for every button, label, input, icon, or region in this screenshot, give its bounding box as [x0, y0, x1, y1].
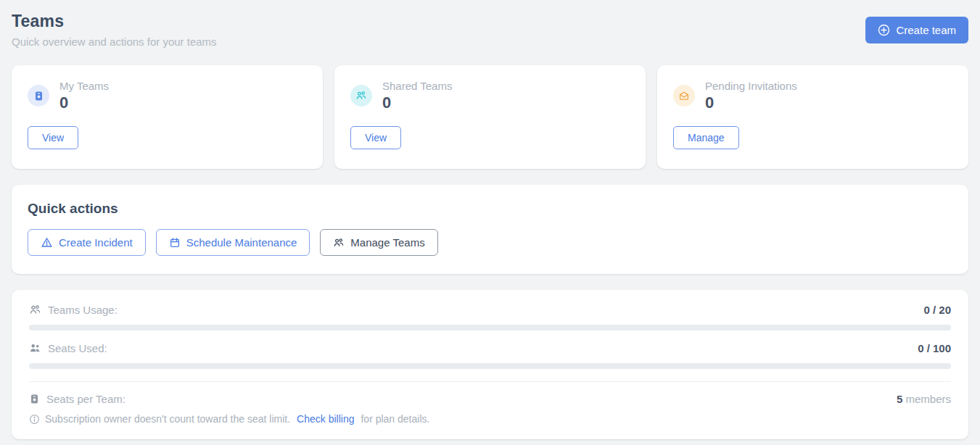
stat-label: Shared Teams [382, 80, 452, 92]
stat-label: Pending Invitations [705, 80, 797, 92]
quick-actions-buttons: Create Incident Schedule Maintenance [28, 229, 952, 256]
usage-divider [29, 381, 951, 382]
badge-gray-icon [29, 394, 40, 404]
stat-cards-row: My Teams 0 View Shared Teams [12, 65, 968, 169]
usage-panel: Teams Usage: 0 / 20 Seats Used: 0 / 100 [12, 290, 968, 439]
stat-value: 0 [382, 94, 452, 112]
seat-limit-note: Subscription owner doesn't count toward … [29, 413, 951, 425]
teams-usage-progressbar [29, 325, 951, 330]
users-icon [333, 237, 345, 249]
seats-per-team-value: 5 [897, 393, 902, 405]
shared-teams-view-button[interactable]: View [350, 126, 401, 149]
calendar-icon [169, 237, 181, 249]
seats-used-label-wrap: Seats Used: [29, 342, 107, 354]
create-incident-label: Create Incident [59, 236, 133, 249]
shared-teams-card-header: Shared Teams 0 [350, 80, 630, 112]
seats-per-team-suffix: members [905, 393, 951, 405]
seats-per-team-value-wrap: 5 members [897, 393, 951, 405]
manage-teams-button[interactable]: Manage Teams [320, 229, 437, 256]
users-icon [350, 85, 372, 107]
pending-invitations-card: Pending Invitations 0 Manage [657, 65, 968, 169]
quick-actions-panel: Quick actions Create Incident [12, 185, 968, 274]
create-team-label: Create team [896, 24, 956, 36]
seats-used-row: Seats Used: 0 / 100 [29, 342, 951, 354]
page-header-text: Teams Quick overview and actions for you… [12, 10, 217, 48]
mail-open-icon [673, 85, 695, 107]
pending-invitations-text: Pending Invitations 0 [705, 80, 797, 112]
badge-icon [28, 85, 49, 107]
my-teams-text: My Teams 0 [59, 80, 109, 112]
page-title: Teams [12, 12, 217, 31]
info-icon [29, 414, 40, 425]
teams-page: Teams Quick overview and actions for you… [0, 0, 980, 439]
create-incident-button[interactable]: Create Incident [28, 229, 146, 256]
shared-teams-text: Shared Teams 0 [382, 80, 452, 112]
page-header: Teams Quick overview and actions for you… [12, 10, 968, 48]
note-text-after: for plan details. [361, 413, 429, 425]
stat-label: My Teams [59, 80, 109, 92]
my-teams-view-button[interactable]: View [28, 126, 78, 149]
warning-icon [41, 236, 53, 249]
pending-invitations-card-header: Pending Invitations 0 [673, 80, 952, 112]
check-billing-link[interactable]: Check billing [297, 413, 354, 425]
users-outline-icon [29, 304, 41, 316]
teams-usage-value: 0 / 20 [923, 304, 951, 316]
seats-per-team-label: Seats per Team: [46, 393, 125, 405]
stat-value: 0 [59, 94, 109, 112]
teams-usage-row: Teams Usage: 0 / 20 [29, 304, 951, 316]
shared-teams-card: Shared Teams 0 View [334, 65, 646, 169]
teams-usage-label-wrap: Teams Usage: [29, 304, 118, 316]
my-teams-card-header: My Teams 0 [28, 80, 307, 112]
schedule-maintenance-label: Schedule Maintenance [186, 236, 297, 249]
seats-used-label: Seats Used: [48, 342, 107, 354]
quick-actions-title: Quick actions [28, 201, 952, 217]
plus-circle-icon [878, 24, 890, 36]
seats-per-team-label-wrap: Seats per Team: [29, 393, 125, 405]
create-team-button[interactable]: Create team [865, 17, 968, 43]
schedule-maintenance-button[interactable]: Schedule Maintenance [156, 229, 310, 256]
my-teams-card: My Teams 0 View [12, 65, 323, 169]
manage-teams-label: Manage Teams [350, 236, 424, 249]
teams-usage-label: Teams Usage: [48, 304, 118, 316]
seats-per-team-row: Seats per Team: 5 members [29, 393, 951, 405]
note-text-before: Subscription owner doesn't count toward … [45, 413, 290, 425]
pending-invitations-manage-button[interactable]: Manage [673, 126, 739, 149]
users-filled-icon [29, 342, 41, 354]
seats-used-progressbar [29, 363, 951, 369]
seats-used-value: 0 / 100 [918, 342, 951, 354]
page-subtitle: Quick overview and actions for your team… [12, 36, 217, 48]
stat-value: 0 [705, 94, 797, 112]
